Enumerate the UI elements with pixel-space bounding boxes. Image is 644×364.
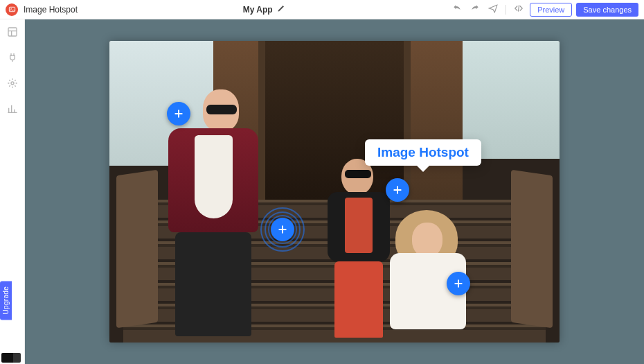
photo-background [109, 41, 560, 343]
separator [506, 5, 506, 15]
preview-button[interactable]: Preview [530, 3, 572, 17]
upgrade-button[interactable]: Upgrade [0, 281, 12, 320]
layout-icon[interactable] [7, 26, 18, 40]
svg-rect-0 [9, 7, 15, 11]
code-icon[interactable] [512, 3, 526, 15]
topbar-center: My App [78, 4, 450, 15]
gear-icon[interactable] [7, 78, 18, 91]
svg-rect-2 [8, 28, 17, 36]
undo-icon[interactable] [450, 2, 464, 17]
pencil-icon[interactable] [277, 4, 285, 15]
corner-thumbnail [1, 353, 21, 363]
hotspot-marker[interactable] [447, 272, 470, 295]
topbar-right: Preview Save changes [450, 2, 638, 17]
analytics-icon[interactable] [7, 103, 18, 116]
plus-icon [392, 184, 403, 196]
plus-icon [277, 224, 288, 235]
redo-icon[interactable] [468, 2, 482, 17]
app-title: Image Hotspot [24, 5, 78, 15]
topbar: Image Hotspot My App Preview Save change… [0, 0, 644, 19]
hotspot-marker[interactable] [386, 178, 409, 202]
brand-icon [6, 3, 18, 16]
save-button[interactable]: Save changes [576, 3, 638, 17]
image-stage[interactable]: Image Hotspot [109, 41, 560, 343]
hotspot-marker[interactable] [271, 218, 294, 241]
plus-icon [173, 108, 184, 119]
plus-icon [453, 278, 464, 289]
project-name: My App [243, 5, 273, 15]
hotspot-tooltip: Image Hotspot [365, 139, 481, 166]
plug-icon[interactable] [7, 52, 18, 65]
publish-icon[interactable] [486, 2, 500, 17]
svg-point-3 [11, 82, 14, 85]
canvas-area: Image Hotspot [25, 19, 644, 364]
hotspot-marker[interactable] [167, 102, 190, 125]
topbar-left: Image Hotspot [6, 3, 78, 16]
